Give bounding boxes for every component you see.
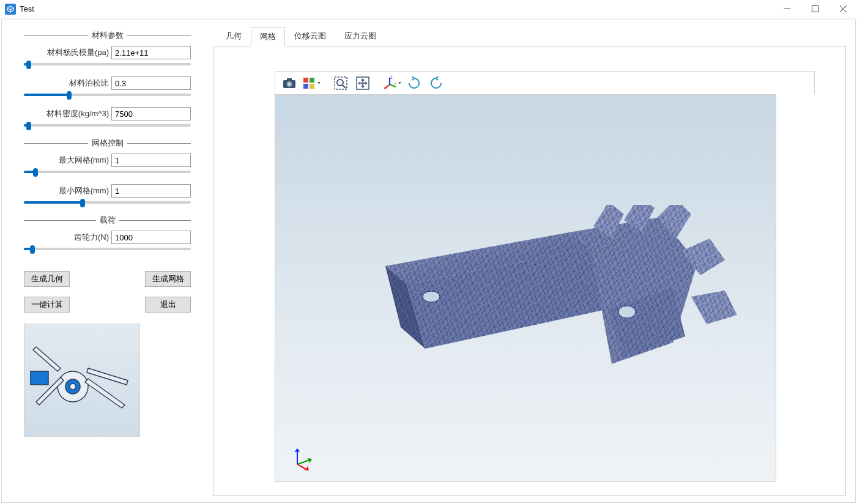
svg-rect-8: [303, 78, 308, 83]
input-gear-force[interactable]: [111, 231, 191, 244]
tab-mesh[interactable]: 网格: [251, 27, 285, 46]
label-gear-force: 齿轮力(N): [74, 232, 109, 243]
svg-rect-11: [310, 84, 314, 89]
svg-text:Z: Z: [390, 76, 393, 80]
titlebar: Test: [0, 0, 857, 18]
tab-geometry[interactable]: 几何: [217, 26, 251, 46]
field-max-mesh: 最大网格(mm): [24, 154, 191, 167]
slider-min-mesh[interactable]: [24, 201, 191, 204]
svg-point-19: [618, 306, 636, 318]
input-density[interactable]: [111, 107, 191, 120]
svg-point-3: [70, 384, 76, 390]
svg-rect-9: [310, 78, 314, 83]
tab-content: ▼ ZYX ▼: [213, 46, 846, 496]
tab-displacement[interactable]: 位移云图: [285, 26, 335, 46]
slider-max-mesh[interactable]: [24, 171, 191, 173]
group-header-label: 材料参数: [88, 30, 127, 41]
rotate-clockwise-button[interactable]: [404, 73, 425, 93]
svg-rect-0: [812, 6, 818, 12]
window-minimize-button[interactable]: [773, 0, 801, 18]
mesh-model: [367, 205, 765, 413]
svg-text:Y: Y: [394, 82, 396, 86]
label-max-mesh: 最大网格(mm): [59, 155, 109, 166]
exit-button[interactable]: 退出: [145, 297, 191, 313]
tab-bar: 几何 网格 位移云图 应力云图: [213, 26, 846, 46]
input-youngs-modulus[interactable]: [111, 46, 191, 59]
group-header-label: 载荷: [96, 215, 119, 226]
assembly-thumbnail: [24, 324, 140, 437]
group-header-label: 网格控制: [88, 138, 127, 149]
sidebar: 材料参数 材料杨氏模量(pa) 材料泊松比 材料密度(kg/m^3) 网格控制 …: [2, 20, 213, 502]
svg-point-18: [423, 291, 440, 302]
svg-rect-5: [287, 78, 292, 81]
svg-point-7: [288, 83, 291, 86]
viewport-toolbar: ▼ ZYX ▼: [275, 71, 815, 94]
fit-extents-button[interactable]: [352, 73, 373, 93]
label-density: 材料密度(kg/m^3): [46, 108, 109, 119]
chevron-down-icon: ▼: [398, 81, 402, 85]
rotate-counterclockwise-button[interactable]: [426, 73, 447, 93]
group-header-load: 载荷: [24, 215, 191, 226]
field-min-mesh: 最小网格(mm): [24, 184, 191, 198]
window-title: Test: [20, 4, 34, 13]
generate-geometry-button[interactable]: 生成几何: [24, 271, 70, 287]
camera-snapshot-button[interactable]: [279, 73, 300, 93]
input-max-mesh[interactable]: [111, 154, 191, 167]
svg-text:X: X: [384, 86, 386, 90]
label-poisson-ratio: 材料泊松比: [69, 78, 109, 89]
input-min-mesh[interactable]: [111, 184, 191, 198]
input-poisson-ratio[interactable]: [111, 76, 191, 90]
mesh-viewport[interactable]: [275, 94, 776, 482]
field-poisson-ratio: 材料泊松比: [24, 76, 191, 90]
window-maximize-button[interactable]: [801, 0, 829, 18]
generate-mesh-button[interactable]: 生成网格: [145, 271, 191, 287]
field-youngs-modulus: 材料杨氏模量(pa): [24, 46, 191, 59]
group-header-material: 材料参数: [24, 30, 191, 41]
svg-rect-10: [303, 84, 308, 89]
group-header-mesh: 网格控制: [24, 138, 191, 149]
svg-rect-1: [30, 371, 48, 385]
field-gear-force: 齿轮力(N): [24, 231, 191, 244]
field-density: 材料密度(kg/m^3): [24, 107, 191, 120]
tab-stress[interactable]: 应力云图: [335, 26, 385, 46]
orientation-axes-button[interactable]: ZYX ▼: [382, 73, 403, 93]
app-icon: [5, 4, 16, 15]
zoom-area-button[interactable]: [330, 73, 351, 93]
view-options-button[interactable]: ▼: [301, 73, 322, 93]
one-click-calc-button[interactable]: 一键计算: [24, 297, 70, 313]
main-panel: 几何 网格 位移云图 应力云图 ▼: [213, 20, 855, 502]
slider-youngs-modulus[interactable]: [24, 63, 191, 65]
orientation-triad-icon: [290, 446, 314, 470]
chevron-down-icon: ▼: [317, 81, 321, 85]
slider-poisson-ratio[interactable]: [24, 94, 191, 96]
window-close-button[interactable]: [829, 0, 857, 18]
slider-density[interactable]: [24, 124, 191, 127]
label-youngs-modulus: 材料杨氏模量(pa): [47, 47, 109, 58]
label-min-mesh: 最小网格(mm): [59, 185, 109, 196]
slider-gear-force[interactable]: [24, 248, 191, 250]
svg-point-13: [337, 80, 343, 86]
